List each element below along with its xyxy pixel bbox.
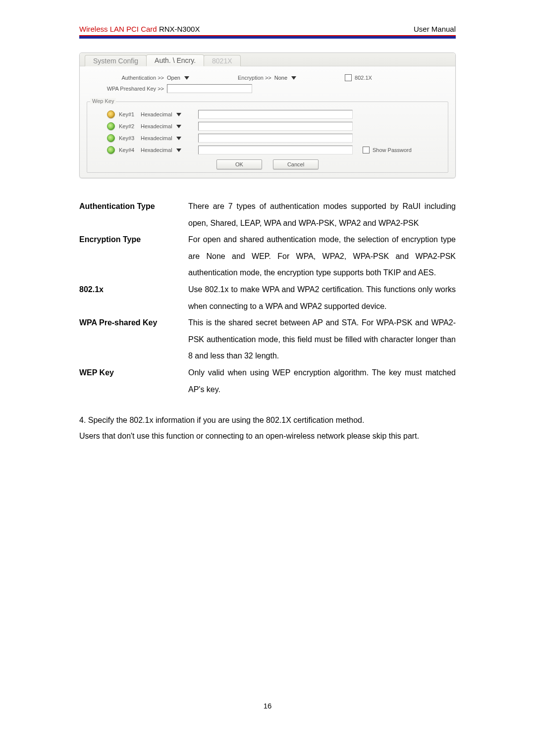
- wep-key3-format-dropdown[interactable]: Hexadecimal: [141, 135, 195, 141]
- tab-bar: System Config Auth. \ Encry. 8021X: [80, 53, 455, 66]
- page-number: 16: [79, 702, 456, 710]
- wep-key-label: Key#3: [119, 135, 141, 141]
- wep-key-row: Key#3 Hexadecimal: [92, 134, 443, 143]
- header-right: User Manual: [414, 25, 456, 33]
- show-password-label: Show Password: [373, 147, 412, 153]
- wpa-preshared-key-label: WPA Preshared Key >>: [90, 86, 167, 92]
- wep-key-format-value: Hexadecimal: [141, 111, 172, 117]
- wep-key3-input[interactable]: [198, 134, 353, 143]
- chevron-down-icon: [176, 137, 181, 140]
- definition-list: Authentication Type There are 7 types of…: [79, 198, 456, 398]
- definition-desc: Only valid when using WEP encryption alg…: [188, 364, 456, 398]
- wep-key-format-value: Hexadecimal: [141, 123, 172, 129]
- wep-key2-format-dropdown[interactable]: Hexadecimal: [141, 123, 195, 129]
- header-left: Wireless LAN PCI Card RNX-N300X: [79, 25, 200, 33]
- wep-key-fieldset: Wep Key Key#1 Hexadecimal Key#2 Hexadeci…: [87, 101, 448, 173]
- wep-key-format-value: Hexadecimal: [141, 147, 172, 153]
- show-password-checkbox[interactable]: Show Password: [363, 147, 412, 153]
- definition-term: Authentication Type: [79, 198, 188, 231]
- ok-button[interactable]: OK: [216, 159, 262, 169]
- definition-desc: For open and shared authentication mode,…: [188, 231, 456, 281]
- wep-key-row: Key#2 Hexadecimal: [92, 122, 443, 131]
- product-line: Wireless LAN PCI Card: [79, 25, 157, 33]
- tab-system-config[interactable]: System Config: [85, 55, 147, 66]
- definition-term: WPA Pre-shared Key: [79, 314, 188, 364]
- authentication-label: Authentication >>: [90, 75, 167, 81]
- body-paragraph: 4. Specify the 802.1x information if you…: [79, 412, 456, 428]
- definition-desc: Use 802.1x to make WPA and WPA2 certific…: [188, 281, 456, 314]
- authentication-value: Open: [167, 75, 180, 81]
- checkbox-icon: [363, 147, 370, 153]
- encryption-label: Encryption >>: [238, 75, 271, 81]
- wep-key-format-value: Hexadecimal: [141, 135, 172, 141]
- auth-encry-panel: System Config Auth. \ Encry. 8021X Authe…: [79, 52, 456, 178]
- cancel-button[interactable]: Cancel: [273, 159, 319, 169]
- wep-key4-input[interactable]: [198, 146, 353, 154]
- chevron-down-icon: [291, 76, 296, 80]
- wep-key3-radio[interactable]: [107, 134, 115, 142]
- page-header: Wireless LAN PCI Card RNX-N300X User Man…: [79, 25, 456, 35]
- tab-auth-encry[interactable]: Auth. \ Encry.: [146, 54, 204, 66]
- chevron-down-icon: [176, 149, 181, 152]
- encryption-value: None: [274, 75, 287, 81]
- 8021x-checkbox[interactable]: 802.1X: [345, 74, 372, 81]
- model-number: RNX-N300X: [159, 25, 200, 33]
- wep-key-label: Key#2: [119, 123, 141, 129]
- definition-term: WEP Key: [79, 364, 188, 398]
- definition-term: 802.1x: [79, 281, 188, 314]
- wep-key4-format-dropdown[interactable]: Hexadecimal: [141, 147, 195, 153]
- chevron-down-icon: [184, 76, 189, 80]
- wpa-preshared-key-input[interactable]: [167, 84, 252, 93]
- definition-desc: There are 7 types of authentication mode…: [188, 198, 456, 231]
- tab-8021x[interactable]: 8021X: [204, 55, 240, 66]
- wep-key-legend: Wep Key: [90, 98, 116, 104]
- wep-key-row: Key#4 Hexadecimal Show Password: [92, 146, 443, 154]
- header-rule: [79, 35, 456, 39]
- authentication-dropdown[interactable]: Open: [167, 75, 189, 81]
- definition-term: Encryption Type: [79, 231, 188, 281]
- wep-key2-radio[interactable]: [107, 122, 115, 130]
- encryption-dropdown[interactable]: None: [274, 75, 296, 81]
- chevron-down-icon: [176, 125, 181, 128]
- wep-key-label: Key#1: [119, 111, 141, 117]
- wep-key2-input[interactable]: [198, 122, 353, 131]
- checkbox-icon: [345, 74, 352, 81]
- wep-key-row: Key#1 Hexadecimal: [92, 110, 443, 119]
- wep-key-label: Key#4: [119, 147, 141, 153]
- wep-key1-radio[interactable]: [107, 110, 115, 118]
- wep-key1-format-dropdown[interactable]: Hexadecimal: [141, 111, 195, 117]
- wep-key4-radio[interactable]: [107, 146, 115, 154]
- definition-desc: This is the shared secret between AP and…: [188, 314, 456, 364]
- wep-key1-input[interactable]: [198, 110, 353, 119]
- body-paragraph: Users that don't use this function or co…: [79, 428, 456, 444]
- 8021x-checkbox-label: 802.1X: [355, 75, 372, 81]
- chevron-down-icon: [176, 113, 181, 116]
